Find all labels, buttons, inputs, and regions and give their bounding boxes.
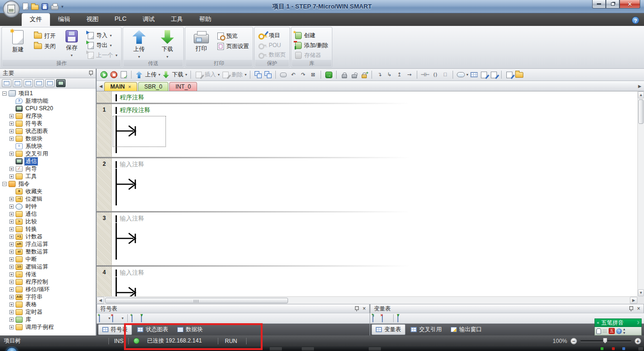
zoom-slider-thumb[interactable]	[603, 338, 607, 343]
unforce-icon[interactable]	[350, 71, 358, 79]
compile-icon[interactable]	[119, 71, 128, 79]
tree-expander-icon[interactable]: +	[9, 212, 14, 216]
tree-item-程序块[interactable]: +程序块	[0, 112, 96, 120]
select-network-icon[interactable]	[254, 71, 262, 79]
tree-expander-icon[interactable]: +	[9, 220, 14, 224]
tray-icon[interactable]	[612, 347, 615, 350]
new-button[interactable]: 新建	[6, 29, 30, 59]
tree-expander-icon[interactable]: +	[9, 302, 14, 307]
upload-toolbar-label[interactable]: 上传	[145, 71, 157, 79]
close-button[interactable]: 关闭	[34, 42, 56, 50]
tree-expander-icon[interactable]: +	[9, 257, 14, 261]
tree-item-调用子例程[interactable]: +调用子例程	[0, 323, 96, 331]
export-dropdown-icon[interactable]: ▾	[110, 43, 112, 48]
select-all-icon[interactable]	[264, 71, 272, 79]
tree-expander-icon[interactable]: +	[9, 152, 14, 156]
menu-tab-文件[interactable]: 文件	[22, 13, 50, 26]
tree-expander-icon[interactable]: +	[9, 235, 14, 239]
tree-expander-icon[interactable]: +	[9, 265, 14, 269]
box-instruction-icon[interactable]: ⎕	[441, 71, 449, 79]
upload-toolbar-dropdown-icon[interactable]: ▾	[158, 73, 160, 77]
rung-arrow[interactable]	[116, 123, 141, 140]
tree-item-新增功能[interactable]: +?新增功能	[0, 97, 96, 105]
tree-item-定时器[interactable]: +定时器	[0, 308, 96, 316]
table-view-icon[interactable]	[470, 71, 478, 79]
app-menu-button[interactable]	[3, 0, 20, 17]
tree-item-中断[interactable]: +中断	[0, 255, 96, 263]
insert-variable-icon[interactable]: ↰	[372, 315, 380, 322]
tree-item-比较[interactable]: +>比较	[0, 218, 96, 225]
tab-cross-reference[interactable]: 交叉引用	[407, 325, 446, 335]
tree-item-位逻辑[interactable]: +⊣位逻辑	[0, 195, 96, 203]
tree-item-通信[interactable]: +通信	[0, 210, 96, 218]
tree-item-传送[interactable]: +→传送	[0, 270, 96, 278]
cross-reference-view-icon[interactable]	[45, 79, 55, 87]
scroll-up-icon[interactable]: ▲	[638, 91, 644, 98]
force-icon[interactable]	[340, 71, 348, 79]
network-3[interactable]: 3 输入注释	[97, 212, 637, 265]
apply-variables-icon[interactable]: ▼	[397, 315, 405, 322]
tree-item-程序控制[interactable]: +程序控制	[0, 278, 96, 286]
tree-expander-icon[interactable]: −	[2, 91, 7, 96]
edit-symbols-icon[interactable]	[479, 71, 488, 79]
tree-expander-icon[interactable]: +	[9, 272, 14, 277]
contact-icon[interactable]: ⊣⊢	[421, 71, 429, 79]
project-view-icon[interactable]	[2, 79, 11, 87]
tree-item-库[interactable]: +库	[0, 316, 96, 323]
vertical-scrollbar[interactable]: ▲ ▼	[637, 91, 644, 296]
tree-item-转换[interactable]: +转换	[0, 225, 96, 233]
tree-expander-icon[interactable]: −	[2, 182, 7, 186]
tree-expander-icon[interactable]: +	[9, 310, 14, 314]
add-symbol-dropdown-icon[interactable]: ▾	[108, 316, 110, 320]
library-add-remove-button[interactable]: 添加/删除	[295, 41, 328, 49]
tree-expander-icon[interactable]: +	[9, 197, 14, 201]
tray-icon[interactable]	[622, 347, 625, 350]
clear-bookmarks-icon[interactable]: ⊠	[309, 71, 317, 79]
symbol-panel-close-icon[interactable]: ×	[363, 306, 366, 311]
insert-branch-down-icon[interactable]: ↴	[375, 71, 384, 79]
protect-project-button[interactable]: 项目	[258, 32, 286, 40]
tree-item-表格[interactable]: +表格	[0, 301, 96, 308]
save-button[interactable]: 保存 ▾	[59, 29, 84, 59]
tree-item-收藏夹[interactable]: +★收藏夹	[0, 188, 96, 195]
bookmark-icon[interactable]	[279, 71, 288, 79]
ime-hand-icon[interactable]	[596, 328, 601, 334]
addressing-dropdown-icon[interactable]: ▾	[466, 73, 468, 77]
variable-panel-pin-icon[interactable]	[629, 306, 633, 311]
tab-close-icon[interactable]: ×	[128, 84, 131, 90]
menu-tab-帮助[interactable]: 帮助	[191, 13, 219, 26]
download-toolbar-icon[interactable]	[162, 71, 170, 79]
taskbar-button[interactable]	[369, 347, 381, 351]
delete-symbol-dropdown-icon[interactable]: ▾	[122, 316, 124, 320]
ime-logo-icon[interactable]: 五	[609, 328, 615, 334]
line-across-icon[interactable]: →	[405, 71, 413, 79]
save-dropdown-icon[interactable]: ▾	[71, 53, 73, 57]
program-comment[interactable]: 程序注释	[120, 93, 144, 102]
menu-tab-编辑[interactable]: 编辑	[50, 13, 78, 26]
tab-int0[interactable]: INT_0	[169, 82, 197, 91]
rung-arrow[interactable]	[116, 176, 141, 194]
tree-item-指令[interactable]: −指令	[0, 180, 96, 188]
quick-new-icon[interactable]	[23, 3, 28, 10]
tree-item-系统块[interactable]: +≡系统块	[0, 142, 96, 150]
tree-item-整数运算[interactable]: +±I整数运算	[0, 248, 96, 255]
add-symbol-table-icon[interactable]: +	[99, 315, 107, 322]
line-up-icon[interactable]: ↥	[395, 71, 404, 79]
scroll-left-icon[interactable]: ◀	[97, 297, 104, 304]
tree-expander-icon[interactable]: +	[9, 318, 14, 322]
import-dropdown-icon[interactable]: ▾	[110, 33, 112, 38]
network-4-comment[interactable]: 输入注释	[120, 269, 144, 277]
ime-mode-icon[interactable]: ☽	[636, 320, 639, 325]
scroll-right-icon[interactable]: ▶	[630, 297, 637, 304]
vertical-scrollbar-thumb[interactable]	[638, 99, 644, 124]
tree-expander-icon[interactable]: +	[9, 287, 14, 292]
tree-expander-icon[interactable]: +	[9, 167, 14, 171]
page-setup-button[interactable]: 页面设置	[217, 42, 249, 50]
tree-expander-icon[interactable]: +	[9, 174, 14, 179]
tree-item-字符串[interactable]: +AB字符串	[0, 293, 96, 301]
ime-help-icon[interactable]: ?	[616, 328, 622, 334]
zoom-out-icon[interactable]: −	[570, 338, 577, 344]
show-desktop-button[interactable]	[638, 347, 643, 351]
download-button[interactable]: 下载 ▾	[155, 29, 180, 59]
tree-item-通信[interactable]: +通信	[0, 157, 96, 165]
